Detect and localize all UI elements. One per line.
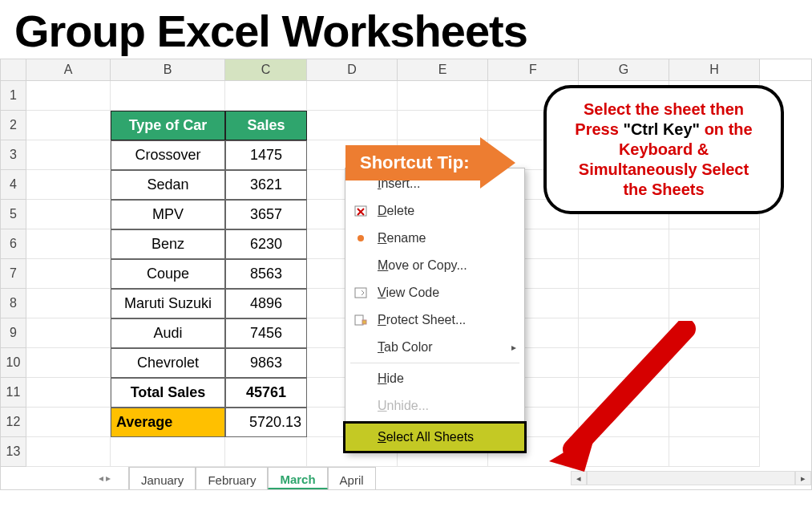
col-header-B[interactable]: B xyxy=(111,59,225,80)
bubble-text: on the xyxy=(700,120,753,138)
cell-type[interactable]: Maruti Suzuki xyxy=(111,289,225,318)
cell-type[interactable]: Coupe xyxy=(111,259,225,289)
cell[interactable] xyxy=(26,259,111,289)
cell[interactable] xyxy=(26,170,111,200)
menu-label: Delete xyxy=(378,204,414,218)
row-header[interactable]: 10 xyxy=(1,348,26,378)
cell-type[interactable]: Audi xyxy=(111,318,225,348)
bubble-text: Simultaneously Select xyxy=(579,160,749,178)
column-header-row: A B C D E F G H xyxy=(1,59,811,81)
row-header[interactable]: 6 xyxy=(1,229,26,259)
menu-view-code[interactable]: View Code xyxy=(345,279,524,306)
menu-separator xyxy=(350,421,519,422)
cell[interactable] xyxy=(26,378,111,408)
menu-select-all-sheets[interactable]: Select All Sheets xyxy=(345,424,524,451)
cell-sales[interactable]: 4896 xyxy=(225,289,307,318)
select-all-corner[interactable] xyxy=(1,59,26,80)
row-header[interactable]: 5 xyxy=(1,200,26,229)
menu-protect-sheet[interactable]: Protect Sheet... xyxy=(345,306,524,334)
cell[interactable] xyxy=(111,81,225,111)
cell[interactable] xyxy=(398,81,488,111)
menu-label: Select All Sheets xyxy=(378,430,474,444)
cell-type[interactable]: MPV xyxy=(111,200,225,229)
cell[interactable] xyxy=(669,229,760,259)
cell-sales[interactable]: 6230 xyxy=(225,229,307,259)
cell[interactable] xyxy=(579,289,669,318)
row-header[interactable]: 11 xyxy=(1,378,26,408)
row-header[interactable]: 1 xyxy=(1,81,26,111)
cell[interactable] xyxy=(26,348,111,378)
col-header-F[interactable]: F xyxy=(488,59,579,80)
cell[interactable] xyxy=(26,408,111,437)
row-header[interactable]: 8 xyxy=(1,289,26,318)
bubble-text: the Sheets xyxy=(623,180,704,198)
row-header[interactable]: 12 xyxy=(1,408,26,437)
col-header-C[interactable]: C xyxy=(225,59,307,80)
chevron-right-icon: ▸ xyxy=(511,342,516,353)
cell[interactable] xyxy=(579,229,669,259)
col-header-A[interactable]: A xyxy=(26,59,111,80)
row-header[interactable]: 13 xyxy=(1,437,26,467)
sheet-tab-february[interactable]: February xyxy=(196,467,268,489)
cell-sales[interactable]: 7456 xyxy=(225,318,307,348)
cell[interactable] xyxy=(26,318,111,348)
row-header[interactable]: 7 xyxy=(1,259,26,289)
row-header[interactable]: 3 xyxy=(1,140,26,170)
col-header-E[interactable]: E xyxy=(398,59,488,80)
table-header-sales[interactable]: Sales xyxy=(225,111,307,140)
menu-tab-color[interactable]: Tab Color ▸ xyxy=(345,334,524,361)
col-header-H[interactable]: H xyxy=(669,59,760,80)
sheet-tab-january[interactable]: January xyxy=(129,467,196,489)
sheet-tab-april[interactable]: April xyxy=(328,467,376,489)
menu-label: Protect Sheet... xyxy=(378,313,466,327)
total-sales-label[interactable]: Total Sales xyxy=(111,378,225,408)
row-header[interactable]: 9 xyxy=(1,318,26,348)
menu-delete[interactable]: Delete xyxy=(345,197,524,225)
col-header-G[interactable]: G xyxy=(579,59,669,80)
cell-sales[interactable]: 3621 xyxy=(225,170,307,200)
menu-move-copy[interactable]: Move or Copy... xyxy=(345,252,524,279)
sheet-context-menu: Insert... Delete Rename Move or Copy... … xyxy=(345,168,525,453)
cell[interactable] xyxy=(26,111,111,140)
svg-rect-1 xyxy=(355,288,366,298)
cell[interactable] xyxy=(669,259,760,289)
sheet-tab-march[interactable]: March xyxy=(268,467,327,489)
cell[interactable] xyxy=(307,81,398,111)
total-sales-value[interactable]: 45761 xyxy=(225,378,307,408)
cell[interactable] xyxy=(26,140,111,170)
cell[interactable] xyxy=(111,437,225,467)
cell[interactable] xyxy=(26,200,111,229)
cell-type[interactable]: Crossover xyxy=(111,140,225,170)
cell-sales[interactable]: 9863 xyxy=(225,348,307,378)
average-label[interactable]: Average xyxy=(111,408,225,437)
cell[interactable] xyxy=(579,259,669,289)
table-header-type[interactable]: Type of Car xyxy=(111,111,225,140)
cell[interactable] xyxy=(26,289,111,318)
cell[interactable] xyxy=(398,111,488,140)
menu-label: Unhide... xyxy=(378,399,429,413)
scroll-right-button[interactable]: ▸ xyxy=(795,471,811,485)
row-header[interactable]: 2 xyxy=(1,111,26,140)
cell-type[interactable]: Chevrolet xyxy=(111,348,225,378)
menu-hide[interactable]: Hide xyxy=(345,365,524,392)
row-header[interactable]: 4 xyxy=(1,170,26,200)
cell[interactable] xyxy=(669,289,760,318)
cell-type[interactable]: Sedan xyxy=(111,170,225,200)
arrow-right-icon xyxy=(480,137,515,189)
cell-sales[interactable]: 3657 xyxy=(225,200,307,229)
menu-rename[interactable]: Rename xyxy=(345,225,524,252)
cell[interactable] xyxy=(225,437,307,467)
cell-sales[interactable]: 1475 xyxy=(225,140,307,170)
cell[interactable] xyxy=(26,437,111,467)
col-header-D[interactable]: D xyxy=(307,59,398,80)
cell[interactable] xyxy=(26,81,111,111)
cell[interactable] xyxy=(26,229,111,259)
average-value[interactable]: 5720.13 xyxy=(225,408,307,437)
cell[interactable] xyxy=(307,111,398,140)
tab-nav-buttons[interactable]: ◂ ▸ xyxy=(81,467,129,489)
cell-sales[interactable]: 8563 xyxy=(225,259,307,289)
bubble-text: Press xyxy=(575,120,623,138)
cell[interactable] xyxy=(225,81,307,111)
cell-type[interactable]: Benz xyxy=(111,229,225,259)
code-icon xyxy=(352,286,370,299)
